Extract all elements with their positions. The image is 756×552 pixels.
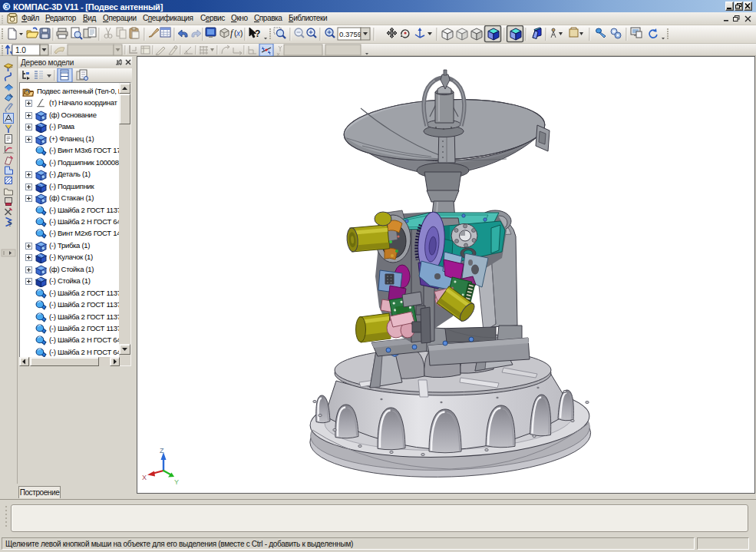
svg-text:?: ? [255, 28, 260, 39]
svg-text:): ) [240, 29, 243, 38]
svg-text:0.3759: 0.3759 [339, 30, 361, 38]
svg-text:1.0: 1.0 [15, 46, 26, 55]
svg-text:?: ? [8, 220, 12, 228]
